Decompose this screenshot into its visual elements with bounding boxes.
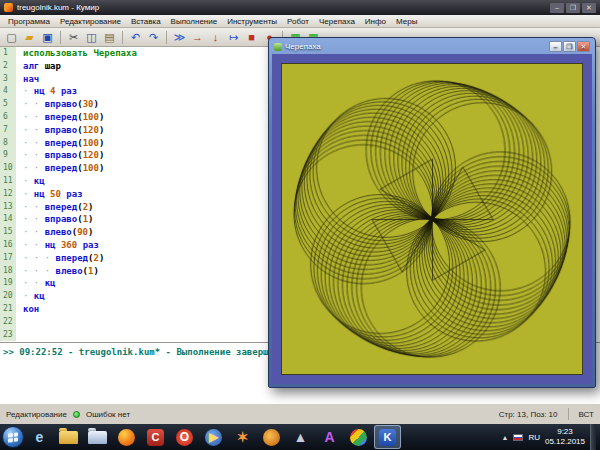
status-cursor-position: Стр: 13, Поз: 10: [499, 410, 558, 419]
start-button[interactable]: [2, 426, 24, 448]
app-icon: [4, 3, 13, 12]
code-text: алг шар: [16, 60, 61, 73]
new-file-button[interactable]: ▢: [3, 29, 20, 45]
app-pizza[interactable]: [258, 425, 285, 449]
menu-item[interactable]: Робот: [282, 17, 314, 26]
step-into-button[interactable]: ↓: [207, 29, 224, 45]
line-number: 7: [0, 124, 16, 137]
line-number: 10: [0, 162, 16, 175]
menu-item[interactable]: Выполнение: [166, 17, 223, 26]
code-text: · · вперед(100): [16, 137, 104, 150]
code-text: [16, 316, 23, 329]
menu-item[interactable]: Программа: [3, 17, 55, 26]
code-text: · · влево(90): [16, 226, 93, 239]
tray-expand-icon[interactable]: ▲: [501, 434, 508, 441]
app-internet-explorer[interactable]: e: [26, 425, 53, 449]
cut-button[interactable]: ✂: [65, 29, 82, 45]
menubar: ПрограммаРедактированиеВставкаВыполнение…: [0, 15, 600, 28]
line-number: 4: [0, 85, 16, 98]
open-file-button[interactable]: ▰: [21, 29, 38, 45]
line-number: 2: [0, 60, 16, 73]
app-chrome[interactable]: [345, 425, 372, 449]
run-button[interactable]: ≫: [171, 29, 188, 45]
app-folder[interactable]: [55, 425, 82, 449]
minimize-button[interactable]: –: [550, 3, 564, 13]
code-text: · · кц: [16, 277, 56, 290]
line-number: 13: [0, 201, 16, 214]
toolbar-separator: [60, 31, 61, 44]
status-separator: [568, 408, 569, 420]
status-mode: Редактирование: [6, 410, 67, 419]
tray-flag-icon[interactable]: [513, 434, 523, 441]
tray-clock[interactable]: 9:23 05.12.2015: [545, 427, 585, 447]
code-text: · · нц 360 раз: [16, 239, 99, 252]
line-number: 15: [0, 226, 16, 239]
tray-time: 9:23: [545, 427, 585, 437]
copy-button[interactable]: ◫: [83, 29, 100, 45]
code-text: использовать Черепаха: [16, 47, 137, 60]
menu-item[interactable]: Инструменты: [222, 17, 282, 26]
code-text: · · · вперед(2): [16, 252, 104, 265]
app-autocad[interactable]: A: [316, 425, 343, 449]
line-number: 20: [0, 290, 16, 303]
menu-item[interactable]: Редактирование: [55, 17, 126, 26]
system-tray: ▲ RU 9:23 05.12.2015: [501, 424, 598, 450]
code-text: · · вправо(30): [16, 98, 99, 111]
turtle-canvas: [281, 63, 583, 375]
taskbar: eCO▶✶▲AK ▲ RU 9:23 05.12.2015: [0, 424, 600, 450]
turtle-window-title: Черепаха: [285, 42, 321, 51]
app-kumir[interactable]: K: [374, 425, 401, 449]
turtle-titlebar[interactable]: Черепаха – ❐ ✕: [272, 39, 592, 54]
tray-language[interactable]: RU: [528, 433, 540, 442]
app-red-c[interactable]: C: [142, 425, 169, 449]
code-text: нач: [16, 73, 39, 86]
menu-item[interactable]: Меры: [391, 17, 422, 26]
line-number: 3: [0, 73, 16, 86]
app-butterfly[interactable]: ✶: [229, 425, 256, 449]
line-number: 8: [0, 137, 16, 150]
code-text: · · вправо(120): [16, 149, 104, 162]
line-number: 12: [0, 188, 16, 201]
run-to-cursor-button[interactable]: ↦: [225, 29, 242, 45]
menu-item[interactable]: Черепаха: [314, 17, 360, 26]
turtle-close-button[interactable]: ✕: [577, 41, 590, 52]
show-desktop-button[interactable]: [590, 424, 596, 450]
tray-date: 05.12.2015: [545, 437, 585, 447]
paste-button[interactable]: ▤: [101, 29, 118, 45]
line-number: 19: [0, 277, 16, 290]
save-button[interactable]: ▣: [39, 29, 56, 45]
status-led-icon: [73, 411, 80, 418]
undo-button[interactable]: ↶: [127, 29, 144, 45]
app-explorer[interactable]: [84, 425, 111, 449]
turtle-minimize-button[interactable]: –: [549, 41, 562, 52]
line-number: 18: [0, 265, 16, 278]
line-number: 16: [0, 239, 16, 252]
menu-item[interactable]: Инфо: [360, 17, 391, 26]
line-number: 14: [0, 213, 16, 226]
maximize-button[interactable]: ❐: [566, 3, 580, 13]
step-over-button[interactable]: →: [189, 29, 206, 45]
app-rocket[interactable]: ▲: [287, 425, 314, 449]
redo-button[interactable]: ↷: [145, 29, 162, 45]
window-title: treugolnik.kum - Кумир: [17, 3, 99, 12]
statusbar: Редактирование Ошибок нет Стр: 13, Поз: …: [0, 403, 600, 424]
taskbar-items: eCO▶✶▲AK: [2, 425, 401, 449]
close-button[interactable]: ✕: [582, 3, 596, 13]
line-number: 11: [0, 175, 16, 188]
status-errors: Ошибок нет: [86, 410, 130, 419]
menu-item[interactable]: Вставка: [126, 17, 166, 26]
code-text: · · вперед(100): [16, 111, 104, 124]
app-firefox[interactable]: [113, 425, 140, 449]
code-text: · кц: [16, 290, 45, 303]
line-number: 21: [0, 303, 16, 316]
titlebar[interactable]: treugolnik.kum - Кумир – ❐ ✕: [0, 0, 600, 15]
turtle-maximize-button[interactable]: ❐: [563, 41, 576, 52]
turtle-icon: [274, 43, 282, 51]
stop-button[interactable]: ■: [243, 29, 260, 45]
turtle-window: Черепаха – ❐ ✕: [268, 37, 596, 388]
status-insert-mode: ВСТ: [579, 410, 594, 419]
line-number: 17: [0, 252, 16, 265]
line-number: 9: [0, 149, 16, 162]
app-opera[interactable]: O: [171, 425, 198, 449]
app-media-player[interactable]: ▶: [200, 425, 227, 449]
